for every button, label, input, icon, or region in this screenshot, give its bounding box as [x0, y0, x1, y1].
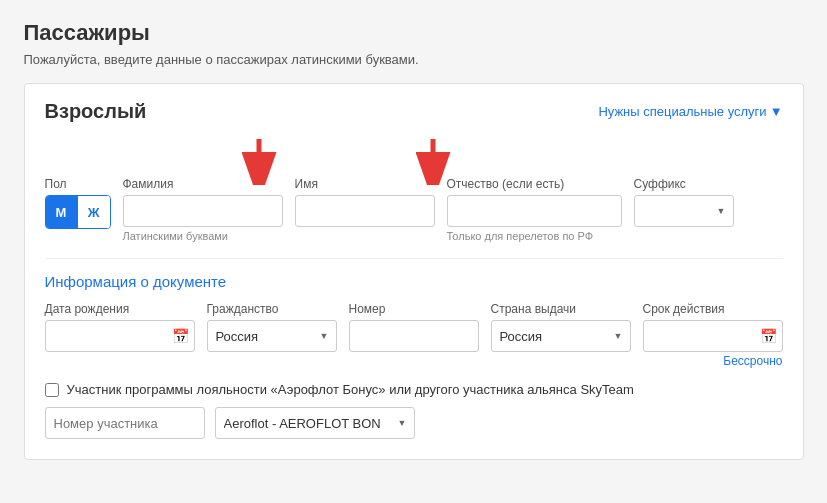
lastname-group: Фамилия Латинскими буквами	[123, 177, 283, 242]
birthdate-group: Дата рождения 📅	[45, 302, 195, 352]
gender-female-button[interactable]: Ж	[78, 196, 110, 228]
chevron-down-icon: ▼	[770, 104, 783, 119]
validity-input-wrapper: 📅	[643, 320, 783, 352]
doc-fields-row: Дата рождения 📅 Гражданство Россия Номер	[45, 302, 783, 368]
issuecountry-select[interactable]: Россия	[491, 320, 631, 352]
gender-group: Пол М Ж	[45, 177, 111, 229]
citizenship-select-wrapper: Россия	[207, 320, 337, 352]
gender-label: Пол	[45, 177, 111, 191]
docnumber-group: Номер	[349, 302, 479, 352]
loyalty-label: Участник программы лояльности «Аэрофлот …	[67, 382, 634, 397]
loyalty-checkbox[interactable]	[45, 383, 59, 397]
suffix-select[interactable]	[634, 195, 734, 227]
issuecountry-select-wrapper: Россия	[491, 320, 631, 352]
middlename-input[interactable]	[447, 195, 622, 227]
loyalty-inputs-row: Aeroflot - AEROFLOT BON	[45, 407, 783, 439]
birthdate-label: Дата рождения	[45, 302, 195, 316]
suffix-select-wrapper	[634, 195, 734, 227]
citizenship-group: Гражданство Россия	[207, 302, 337, 352]
special-services-link[interactable]: Нужны специальные услуги ▼	[598, 104, 782, 119]
lastname-label: Фамилия	[123, 177, 283, 191]
citizenship-select[interactable]: Россия	[207, 320, 337, 352]
validity-input[interactable]	[643, 320, 783, 352]
card-header: Взрослый Нужны специальные услуги ▼	[45, 100, 783, 123]
middlename-label: Отчество (если есть)	[447, 177, 622, 191]
middlename-group: Отчество (если есть) Только для перелето…	[447, 177, 622, 242]
loyalty-row: Участник программы лояльности «Аэрофлот …	[45, 382, 783, 397]
page-title: Пассажиры	[24, 20, 804, 46]
validity-label: Срок действия	[643, 302, 783, 316]
loyalty-program-select[interactable]: Aeroflot - AEROFLOT BON	[215, 407, 415, 439]
suffix-group: Суффикс	[634, 177, 734, 227]
validity-group: Срок действия 📅 Бессрочно	[643, 302, 783, 368]
name-fields-row: Пол М Ж Фамилия Латинскими буквами Имя О…	[45, 177, 783, 242]
suffix-label: Суффикс	[634, 177, 734, 191]
bессрочно-link[interactable]: Бессрочно	[643, 354, 783, 368]
birthdate-input-wrapper: 📅	[45, 320, 195, 352]
page-subtitle: Пожалуйста, введите данные о пассажирах …	[24, 52, 804, 67]
docnumber-input[interactable]	[349, 320, 479, 352]
birthdate-input[interactable]	[45, 320, 195, 352]
firstname-label: Имя	[295, 177, 435, 191]
loyalty-program-wrapper: Aeroflot - AEROFLOT BON	[215, 407, 415, 439]
middlename-hint: Только для перелетов по РФ	[447, 230, 622, 242]
gender-buttons: М Ж	[45, 195, 111, 229]
lastname-hint: Латинскими буквами	[123, 230, 283, 242]
issuecountry-label: Страна выдачи	[491, 302, 631, 316]
page-container: Пассажиры Пожалуйста, введите данные о п…	[24, 20, 804, 460]
citizenship-label: Гражданство	[207, 302, 337, 316]
section-divider	[45, 258, 783, 259]
passenger-card: Взрослый Нужны специальные услуги ▼	[24, 83, 804, 460]
issuecountry-group: Страна выдачи Россия	[491, 302, 631, 352]
gender-male-button[interactable]: М	[46, 196, 78, 228]
firstname-input[interactable]	[295, 195, 435, 227]
passenger-type-title: Взрослый	[45, 100, 147, 123]
docnumber-label: Номер	[349, 302, 479, 316]
document-section-title: Информация о документе	[45, 273, 783, 290]
firstname-group: Имя	[295, 177, 435, 227]
lastname-input[interactable]	[123, 195, 283, 227]
loyalty-number-input[interactable]	[45, 407, 205, 439]
